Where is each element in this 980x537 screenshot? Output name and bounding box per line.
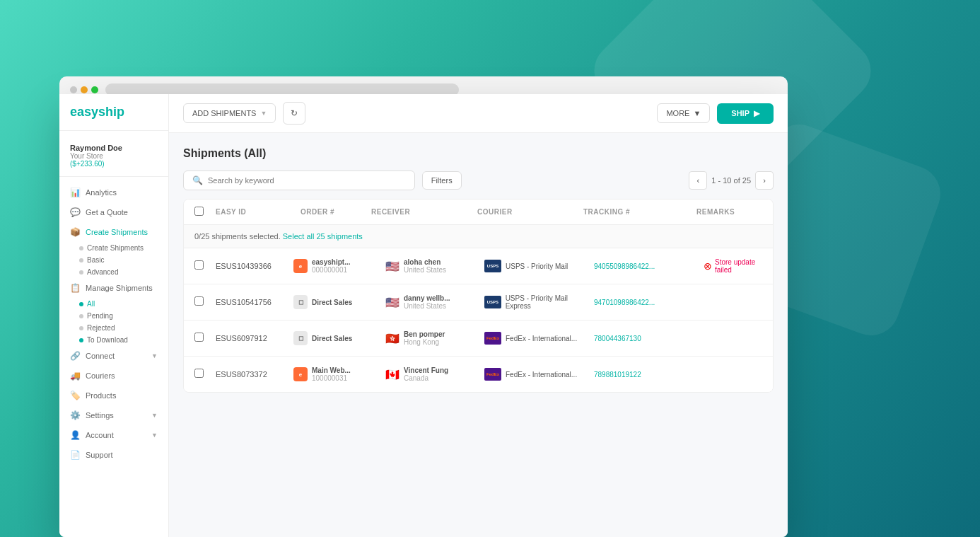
row4-order-info: Main Web... 100000031 bbox=[312, 366, 351, 382]
user-store: Your Store bbox=[70, 152, 158, 160]
row1-order-num: 000000001 bbox=[312, 266, 350, 274]
subitem-advanced-label: Advanced bbox=[87, 268, 118, 276]
sidebar-item-get-quote[interactable]: 💬 Get a Quote bbox=[59, 202, 168, 222]
select-all-link[interactable]: Select all 25 shipments bbox=[283, 232, 363, 241]
sidebar-subitem-advanced[interactable]: Advanced bbox=[79, 266, 168, 278]
sidebar-item-manage-shipments[interactable]: 📋 Manage Shipments bbox=[59, 278, 168, 298]
row4-courier-logo: FedEx bbox=[484, 368, 501, 381]
col-remarks: REMARKS bbox=[696, 208, 774, 216]
sidebar-item-settings-label: Settings bbox=[86, 411, 114, 420]
row4-tracking[interactable]: 789881019122 bbox=[594, 371, 704, 379]
filters-button[interactable]: Filters bbox=[422, 171, 462, 190]
table-row: ESUS10439366 e easyshipt... 000000001 🇺🇸… bbox=[184, 248, 773, 284]
select-all-checkbox[interactable] bbox=[194, 207, 204, 216]
row2-easy-id: ESUS10541756 bbox=[216, 298, 293, 306]
col-receiver: RECEIVER bbox=[371, 208, 477, 216]
row1-flag: 🇺🇸 bbox=[385, 260, 399, 273]
dot-basic bbox=[79, 258, 83, 262]
sidebar-item-analytics-label: Analytics bbox=[86, 188, 117, 197]
page-title: Shipments (All) bbox=[183, 147, 774, 160]
pagination-next[interactable]: › bbox=[755, 171, 774, 190]
more-label: MORE bbox=[666, 109, 689, 117]
row1-store-icon-label: e bbox=[299, 263, 302, 270]
pagination-prev[interactable]: ‹ bbox=[689, 171, 707, 190]
sidebar-item-couriers[interactable]: 🚚 Couriers bbox=[59, 366, 168, 386]
sidebar-subitem-to-download[interactable]: To Download bbox=[79, 334, 168, 346]
more-button[interactable]: MORE ▼ bbox=[657, 103, 710, 123]
connect-icon: 🔗 bbox=[70, 351, 80, 361]
sidebar-subitem-rejected[interactable]: Rejected bbox=[79, 322, 168, 334]
row2-store-icon: ◻ bbox=[293, 295, 308, 309]
sidebar-item-create-shipments[interactable]: 📦 Create Shipments bbox=[59, 222, 168, 242]
table-row: ESUS8073372 e Main Web... 100000031 🇨🇦 V… bbox=[184, 357, 773, 392]
app-window: easyship Raymond Doe Your Store ($+233.6… bbox=[59, 94, 788, 537]
sidebar-item-connect[interactable]: 🔗 Connect ▼ bbox=[59, 346, 168, 366]
sidebar-subitem-all[interactable]: All bbox=[79, 298, 168, 310]
row1-remarks: ⊗ Store updatefailed bbox=[704, 258, 774, 274]
row3-courier-logo: FedEx bbox=[484, 332, 501, 345]
table-row: ESUS6097912 ◻ Direct Sales 🇭🇰 Ben pomper… bbox=[184, 321, 773, 357]
row4-receiver-info: Vincent Fung Canada bbox=[404, 366, 448, 382]
row4-checkbox[interactable] bbox=[194, 369, 204, 378]
selection-bar: 0/25 shipments selected. Select all 25 s… bbox=[184, 225, 773, 248]
row3-receiver-name: Ben pomper bbox=[404, 330, 445, 338]
sidebar-logo: easyship bbox=[59, 105, 168, 131]
row1-courier-name: USPS - Priority Mail bbox=[506, 262, 568, 270]
row3-courier-logo-text: FedEx bbox=[486, 336, 499, 340]
row2-checkbox[interactable] bbox=[194, 296, 204, 306]
row1-checkbox[interactable] bbox=[194, 260, 204, 270]
connect-chevron: ▼ bbox=[151, 352, 158, 359]
row2-courier-name: USPS - Priority Mail Express bbox=[506, 294, 594, 310]
row1-checkbox-cell bbox=[194, 260, 216, 272]
sidebar-item-support[interactable]: 📄 Support bbox=[59, 445, 168, 465]
subitem-all-label: All bbox=[87, 300, 95, 308]
row1-receiver: 🇺🇸 aloha chen United States bbox=[385, 258, 484, 274]
row4-flag: 🇨🇦 bbox=[385, 368, 399, 381]
analytics-icon: 📊 bbox=[70, 187, 80, 197]
row4-courier-name: FedEx - International... bbox=[506, 371, 577, 379]
sidebar-item-quote-label: Get a Quote bbox=[86, 208, 128, 216]
row4-checkbox-cell bbox=[194, 368, 216, 381]
row3-tracking[interactable]: 780044367130 bbox=[594, 335, 704, 342]
search-icon: 🔍 bbox=[192, 175, 203, 185]
user-balance: ($+233.60) bbox=[70, 160, 158, 168]
row2-receiver-name: danny wellb... bbox=[404, 294, 450, 302]
row1-remark-failed: ⊗ Store updatefailed bbox=[704, 258, 774, 274]
row1-order-info: easyshipt... 000000001 bbox=[312, 258, 350, 274]
row2-receiver-info: danny wellb... United States bbox=[404, 294, 450, 310]
sidebar-subitem-create-shipments[interactable]: Create Shipments bbox=[79, 242, 168, 254]
subitem-download-label: To Download bbox=[87, 336, 128, 344]
support-icon: 📄 bbox=[70, 450, 80, 460]
row2-tracking[interactable]: 94701098986422... bbox=[594, 299, 704, 306]
sidebar-item-settings[interactable]: ⚙️ Settings ▼ bbox=[59, 405, 168, 425]
sidebar-item-analytics[interactable]: 📊 Analytics bbox=[59, 183, 168, 202]
row3-easy-id: ESUS6097912 bbox=[216, 334, 293, 342]
row1-receiver-country: United States bbox=[404, 266, 446, 274]
row2-courier-logo: USPS bbox=[484, 296, 501, 308]
search-input[interactable] bbox=[208, 176, 406, 185]
add-shipments-button[interactable]: ADD SHIPMENTS ▼ bbox=[183, 103, 276, 123]
sidebar-subitem-pending[interactable]: Pending bbox=[79, 310, 168, 322]
refresh-button[interactable]: ↻ bbox=[283, 102, 305, 125]
row1-easy-id: ESUS10439366 bbox=[216, 262, 293, 270]
row3-store-icon: ◻ bbox=[293, 331, 308, 345]
sidebar: easyship Raymond Doe Your Store ($+233.6… bbox=[59, 94, 169, 537]
more-chevron: ▼ bbox=[693, 109, 701, 117]
row2-courier: USPS USPS - Priority Mail Express bbox=[484, 294, 594, 310]
dot-rejected bbox=[79, 326, 83, 330]
row1-tracking[interactable]: 94055098986422... bbox=[594, 262, 704, 270]
search-input-wrap: 🔍 bbox=[183, 171, 415, 190]
main-content: Shipments (All) 🔍 Filters ‹ 1 - 10 of 25… bbox=[169, 133, 788, 537]
row1-courier-logo: USPS bbox=[484, 260, 501, 272]
app-logo: easyship bbox=[70, 105, 158, 120]
row3-order: ◻ Direct Sales bbox=[293, 331, 385, 345]
row4-courier-logo-text: FedEx bbox=[486, 372, 499, 376]
row2-checkbox-cell bbox=[194, 296, 216, 308]
row3-checkbox[interactable] bbox=[194, 333, 204, 342]
sidebar-subitem-basic[interactable]: Basic bbox=[79, 254, 168, 266]
ship-button[interactable]: SHIP ▶ bbox=[717, 103, 774, 124]
sidebar-item-manage-label: Manage Shipments bbox=[86, 284, 153, 292]
sidebar-item-account[interactable]: 👤 Account ▼ bbox=[59, 425, 168, 445]
sidebar-item-products[interactable]: 🏷️ Products bbox=[59, 386, 168, 405]
table-header: EASY ID ORDER # RECEIVER COURIER TRACKIN… bbox=[184, 200, 773, 225]
